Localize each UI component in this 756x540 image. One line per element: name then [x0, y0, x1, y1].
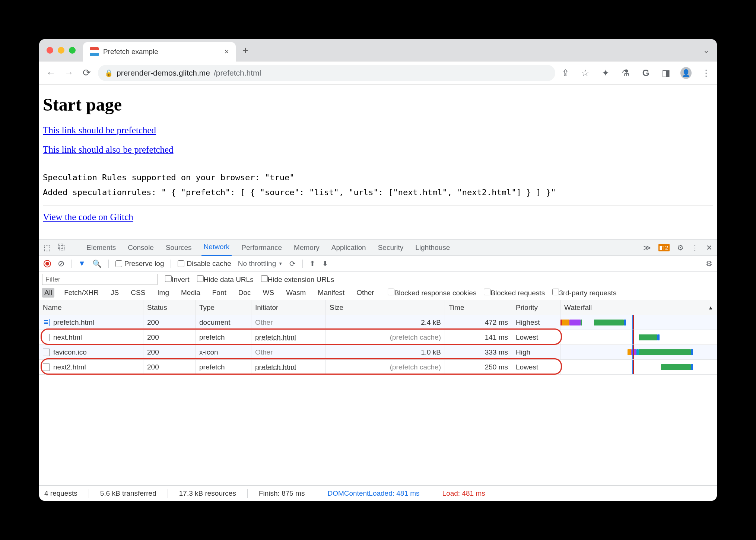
type-filter-img[interactable]: Img: [155, 288, 171, 298]
initiator-cell[interactable]: prefetch.html: [255, 363, 296, 371]
search-icon[interactable]: 🔍: [92, 259, 102, 268]
prefetch-link-2[interactable]: This link should also be prefetched: [43, 144, 174, 155]
table-row[interactable]: prefetch.html200documentOther2.4 kB472 m…: [39, 315, 717, 330]
google-icon[interactable]: G: [640, 68, 651, 78]
devtools-tab-lighthouse[interactable]: Lighthouse: [413, 239, 452, 256]
initiator-cell: Other: [255, 318, 273, 327]
devtools-tab-network[interactable]: Network: [201, 239, 232, 256]
hide-extension-urls-checkbox[interactable]: Hide extension URLs: [261, 275, 334, 284]
column-header-waterfall[interactable]: Waterfall▲: [560, 300, 717, 315]
minimize-window-button[interactable]: [58, 47, 64, 54]
column-header-name[interactable]: Name: [39, 300, 143, 315]
column-header-priority[interactable]: Priority: [512, 300, 560, 315]
type-cell: document: [196, 315, 251, 330]
waterfall-cell: [560, 315, 717, 330]
url-input[interactable]: 🔒 prerender-demos.glitch.me/prefetch.htm…: [98, 65, 555, 81]
devtools-tab-sources[interactable]: Sources: [163, 239, 194, 256]
third-party-checkbox[interactable]: 3rd-party requests: [552, 289, 616, 297]
request-name: prefetch.html: [53, 318, 94, 327]
table-row[interactable]: next2.html200prefetchprefetch.html(prefe…: [39, 360, 717, 375]
hide-data-urls-checkbox[interactable]: Hide data URLs: [197, 275, 254, 284]
settings-icon[interactable]: ⚙: [677, 243, 684, 252]
export-har-icon[interactable]: ⬇: [322, 259, 328, 268]
type-filter-wasm[interactable]: Wasm: [284, 288, 308, 298]
network-settings-icon[interactable]: ⚙: [706, 259, 712, 268]
reload-button[interactable]: ⟳: [80, 66, 93, 80]
size-cell: 2.4 kB: [326, 315, 445, 330]
glitch-link[interactable]: View the code on Glitch: [43, 212, 133, 222]
speculation-supported-text: Speculation Rules supported on your brow…: [43, 170, 713, 185]
record-button[interactable]: [44, 260, 51, 267]
devtools-tab-elements[interactable]: Elements: [84, 239, 118, 256]
close-devtools-icon[interactable]: ✕: [706, 243, 712, 252]
type-cell: x-icon: [196, 345, 251, 359]
new-tab-button[interactable]: +: [242, 44, 248, 56]
type-filter-media[interactable]: Media: [179, 288, 203, 298]
devtools-tab-performance[interactable]: Performance: [239, 239, 284, 256]
back-button[interactable]: ←: [44, 66, 58, 80]
column-header-status[interactable]: Status: [143, 300, 196, 315]
labs-icon[interactable]: ⚗: [620, 68, 631, 78]
type-filter-manifest[interactable]: Manifest: [315, 288, 347, 298]
prefetch-link-1[interactable]: This link should be prefetched: [43, 125, 156, 136]
dcl-time: DOMContentLoaded: 481 ms: [327, 489, 419, 498]
type-filter-fetch-xhr[interactable]: Fetch/XHR: [62, 288, 101, 298]
invert-checkbox[interactable]: Invert: [165, 275, 190, 284]
throttling-select[interactable]: No throttling ▼: [238, 260, 283, 268]
type-filter-font[interactable]: Font: [210, 288, 229, 298]
page-heading: Start page: [43, 94, 713, 115]
disable-cache-checkbox[interactable]: Disable cache: [178, 260, 231, 268]
type-filter-other[interactable]: Other: [354, 288, 377, 298]
extensions-icon[interactable]: ✦: [600, 68, 611, 78]
preserve-log-checkbox[interactable]: Preserve log: [115, 260, 164, 268]
status-bar: 4 requests 5.6 kB transferred 17.3 kB re…: [39, 485, 717, 501]
request-name: next.html: [53, 333, 82, 342]
maximize-window-button[interactable]: [69, 47, 76, 54]
star-icon[interactable]: ☆: [580, 68, 591, 78]
blocked-requests-checkbox[interactable]: Blocked requests: [484, 289, 545, 297]
kebab-menu-icon[interactable]: ⋮: [701, 68, 712, 78]
column-header-initiator[interactable]: Initiator: [251, 300, 326, 315]
table-row[interactable]: next.html200prefetchprefetch.html(prefet…: [39, 330, 717, 345]
device-toggle-icon[interactable]: ⿻: [58, 243, 66, 252]
forward-button[interactable]: →: [62, 66, 76, 80]
filter-input[interactable]: [42, 274, 158, 285]
table-header: NameStatusTypeInitiatorSizeTimePriorityW…: [39, 300, 717, 315]
profile-avatar[interactable]: 👤: [680, 67, 692, 79]
inspect-icon[interactable]: ⬚: [44, 243, 51, 252]
type-filter-js[interactable]: JS: [108, 288, 121, 298]
kebab-icon[interactable]: ⋮: [691, 243, 699, 252]
more-tabs-icon[interactable]: ≫: [643, 243, 651, 252]
type-filter-css[interactable]: CSS: [128, 288, 147, 298]
filter-toggle-icon[interactable]: ▼: [78, 259, 86, 268]
blocked-cookies-checkbox[interactable]: Blocked response cookies: [388, 289, 477, 297]
clear-button[interactable]: ⊘: [58, 259, 64, 269]
column-header-type[interactable]: Type: [196, 300, 251, 315]
devtools-tab-security[interactable]: Security: [376, 239, 406, 256]
network-conditions-icon[interactable]: ⟳: [289, 259, 296, 268]
share-icon[interactable]: ⇪: [560, 68, 571, 78]
devtools-tab-application[interactable]: Application: [329, 239, 368, 256]
import-har-icon[interactable]: ⬆: [309, 259, 315, 268]
column-header-time[interactable]: Time: [445, 300, 512, 315]
type-filter-ws[interactable]: WS: [261, 288, 277, 298]
table-row[interactable]: favicon.ico200x-iconOther1.0 kB333 msHig…: [39, 345, 717, 360]
type-cell: prefetch: [196, 360, 251, 374]
devtools-tabs: ⬚ ⿻ ElementsConsoleSourcesNetworkPerform…: [39, 239, 717, 256]
tabs-menu-button[interactable]: ⌄: [703, 46, 709, 55]
initiator-cell[interactable]: prefetch.html: [255, 333, 296, 342]
type-filter-all[interactable]: All: [42, 288, 54, 298]
type-filter-doc[interactable]: Doc: [236, 288, 253, 298]
sidepanel-icon[interactable]: ◨: [660, 68, 671, 78]
warnings-badge[interactable]: ◧ 2: [658, 244, 670, 251]
close-window-button[interactable]: [47, 47, 53, 54]
devtools-tab-console[interactable]: Console: [126, 239, 156, 256]
browser-tab[interactable]: Prefetch example ×: [83, 42, 236, 61]
request-name: favicon.ico: [53, 348, 87, 356]
request-name: next2.html: [53, 363, 86, 371]
close-tab-icon[interactable]: ×: [224, 47, 229, 57]
divider: [43, 164, 713, 164]
devtools-tab-memory[interactable]: Memory: [292, 239, 322, 256]
page-content: Start page This link should be prefetche…: [39, 85, 717, 239]
column-header-size[interactable]: Size: [326, 300, 445, 315]
